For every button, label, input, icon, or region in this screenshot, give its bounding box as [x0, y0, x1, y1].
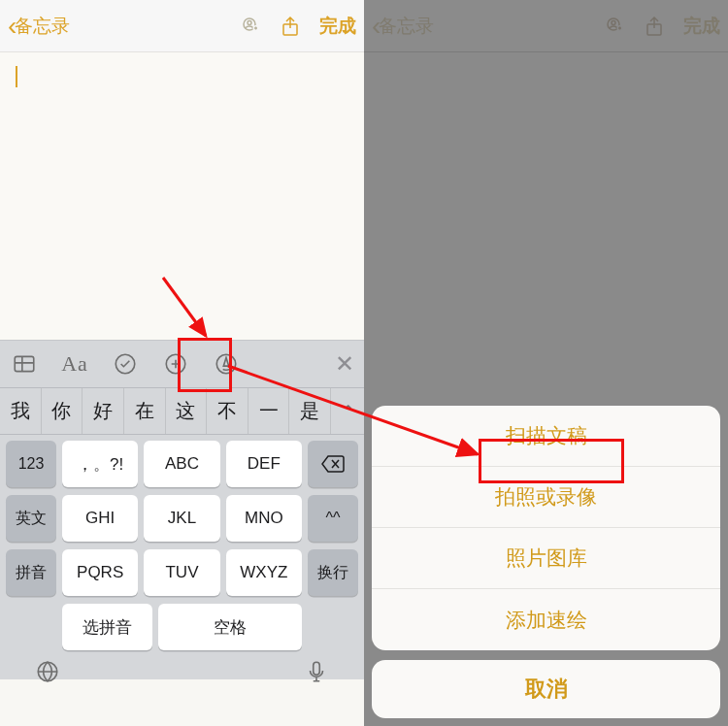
back-button-dimmed: ‹ 备忘录: [372, 13, 434, 40]
right-screenshot: ‹ 备忘录 完成 扫描文稿 拍照或录像 照片图库 添加速绘 取消: [364, 0, 728, 726]
key-def[interactable]: DEF: [226, 441, 302, 487]
text-format-button[interactable]: Aa: [60, 349, 89, 379]
key-jkl[interactable]: JKL: [144, 495, 219, 542]
mic-icon[interactable]: [304, 659, 329, 688]
back-button[interactable]: ‹ 备忘录: [8, 13, 70, 40]
action-sheet: 扫描文稿 拍照或录像 照片图库 添加速绘 取消: [364, 398, 728, 726]
key-mno[interactable]: MNO: [226, 495, 302, 542]
suggestion[interactable]: 一: [248, 388, 290, 434]
key-abc[interactable]: ABC: [144, 441, 219, 487]
navbar: ‹ 备忘录 完成: [0, 0, 364, 52]
collaborate-icon: [602, 15, 625, 38]
globe-icon[interactable]: [35, 659, 60, 688]
key-ghi[interactable]: GHI: [62, 495, 138, 542]
checklist-icon[interactable]: [111, 349, 140, 379]
share-icon: [643, 15, 666, 38]
chevron-up-icon[interactable]: ⌃: [331, 402, 364, 420]
note-editor[interactable]: [0, 52, 364, 340]
table-icon[interactable]: [10, 349, 39, 379]
back-label: 备忘录: [379, 14, 434, 39]
key-wxyz[interactable]: WXYZ: [226, 549, 302, 596]
suggestion[interactable]: 是: [289, 388, 331, 434]
suggestion[interactable]: 不: [207, 388, 248, 434]
svg-rect-9: [314, 662, 320, 675]
suggestion[interactable]: 你: [42, 388, 83, 434]
sheet-photo-library[interactable]: 照片图库: [372, 528, 720, 589]
key-123[interactable]: 123: [6, 441, 56, 487]
key-punct[interactable]: ，。?!: [62, 441, 138, 487]
key-select-pinyin[interactable]: 选拼音: [62, 604, 152, 650]
svg-rect-4: [15, 356, 34, 371]
sheet-add-sketch[interactable]: 添加速绘: [372, 589, 720, 650]
collaborate-icon[interactable]: [238, 15, 261, 38]
done-button-dimmed: 完成: [683, 14, 720, 39]
suggestion[interactable]: 我: [0, 388, 42, 434]
key-tuv[interactable]: TUV: [144, 549, 219, 596]
plus-icon[interactable]: [161, 349, 190, 379]
close-icon[interactable]: ✕: [335, 350, 354, 378]
suggestion-bar: 我 你 好 在 这 不 一 是 ⌃: [0, 388, 364, 435]
suggestion[interactable]: 在: [124, 388, 166, 434]
dimmed-background[interactable]: [364, 52, 728, 433]
back-label: 备忘录: [15, 14, 70, 39]
svg-point-12: [612, 20, 615, 24]
format-toolbar: Aa ✕: [0, 340, 364, 388]
key-lang[interactable]: 英文: [6, 495, 56, 542]
key-pinyin[interactable]: 拼音: [6, 549, 56, 596]
delete-key[interactable]: [308, 441, 358, 487]
key-pqrs[interactable]: PQRS: [62, 549, 138, 596]
done-button[interactable]: 完成: [319, 14, 356, 39]
suggestion[interactable]: 这: [166, 388, 208, 434]
text-cursor: [16, 66, 17, 87]
key-return[interactable]: 换行: [308, 549, 358, 596]
sheet-take-photo[interactable]: 拍照或录像: [372, 467, 720, 528]
keyboard: 123 ，。?! ABC DEF 英文 GHI JKL MNO ^^ 拼音 PQ…: [0, 435, 364, 679]
suggestion[interactable]: 好: [83, 388, 124, 434]
key-space[interactable]: 空格: [158, 604, 302, 650]
svg-point-1: [248, 20, 251, 24]
share-icon[interactable]: [279, 15, 302, 38]
key-caret[interactable]: ^^: [308, 495, 358, 542]
navbar-dimmed: ‹ 备忘录 完成: [364, 0, 728, 52]
markup-icon[interactable]: [212, 349, 241, 379]
left-screenshot: ‹ 备忘录 完成 Aa: [0, 0, 364, 726]
sheet-cancel[interactable]: 取消: [372, 660, 720, 718]
sheet-scan-documents[interactable]: 扫描文稿: [372, 406, 720, 467]
